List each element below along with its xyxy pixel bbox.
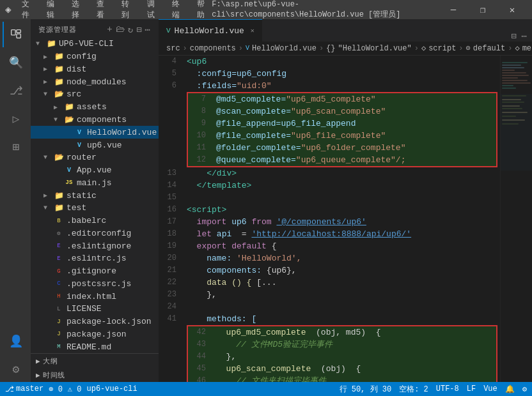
tab-close-icon[interactable]: ✕ — [251, 27, 254, 34]
menu-view[interactable]: 查看 — [91, 0, 111, 22]
sidebar-item-dist[interactable]: ▶ 📁 dist — [31, 63, 159, 76]
activity-git[interactable]: ⎇ — [3, 78, 28, 103]
sidebar-item-config[interactable]: ▶ 📁 config — [31, 50, 159, 63]
language-status[interactable]: Vue — [483, 385, 497, 393]
eol-label: LF — [467, 385, 476, 393]
tab-label: HelloWorld.vue — [175, 26, 244, 36]
svg-rect-22 — [502, 119, 525, 121]
code-line: 23 }, — [159, 289, 500, 301]
maximize-button[interactable]: ❐ — [468, 0, 497, 19]
tab-helloworld[interactable]: V HelloWorld.vue ✕ — [159, 19, 262, 42]
line-content: @scan_complete="up6_scan_complete" — [214, 105, 496, 118]
activity-search[interactable]: 🔍 — [3, 50, 28, 75]
sidebar-item-readme[interactable]: ▶ M README.md — [31, 340, 159, 353]
new-file-icon[interactable]: + — [107, 24, 113, 35]
minimize-button[interactable]: — — [439, 0, 468, 19]
item-label: node_modules — [66, 77, 159, 87]
folder-icon: 📂 — [64, 115, 74, 125]
sidebar-item-package-lock[interactable]: ▶ J package-lock.json — [31, 316, 159, 328]
status-bar: ⎇ master ⊗ 0 ⚠ 0 up6-vue-cli 行 50, 列 30 … — [0, 382, 532, 396]
refresh-icon[interactable]: ↻ — [128, 24, 134, 35]
line-number: 12 — [188, 154, 214, 166]
line-number: 23 — [159, 289, 184, 301]
folder-icon: 📁 — [46, 39, 56, 49]
sidebar-item-eslintrc[interactable]: ▶ E .eslintrc.js — [31, 252, 159, 265]
outline-section[interactable]: ▶ 大纲 — [31, 354, 159, 368]
sidebar-item-gitignore[interactable]: ▶ G .gitignore — [31, 265, 159, 278]
encoding-status[interactable]: UTF-8 — [436, 385, 459, 393]
activity-extensions[interactable]: ⊞ — [3, 134, 28, 160]
svg-rect-12 — [502, 85, 513, 86]
sidebar-item-mainjs[interactable]: ▶ JS main.js — [31, 176, 159, 189]
split-editor-icon[interactable]: ⊟ — [511, 31, 516, 42]
folder-icon: 📂 — [54, 153, 64, 162]
warnings-status[interactable]: ⚠ 0 — [68, 385, 82, 394]
item-label: index.html — [66, 292, 159, 301]
sidebar-item-editorconfig[interactable]: ▶ ⚙ .editorconfig — [31, 227, 159, 240]
menu-help[interactable]: 帮助 — [192, 0, 212, 22]
vue-file-icon: V — [64, 167, 74, 174]
spaces-status[interactable]: 空格: 2 — [399, 384, 428, 395]
menu-select[interactable]: 选择 — [66, 0, 86, 22]
sidebar-item-components[interactable]: ▼ 📂 components — [31, 114, 159, 126]
menu-file[interactable]: 文件 — [17, 0, 36, 22]
folder-icon: 📁 — [54, 191, 64, 201]
svg-rect-10 — [502, 80, 528, 81]
code-line: 7 @md5_complete="up6_md5_complete" — [188, 93, 496, 105]
menu-edit[interactable]: 编辑 — [42, 0, 61, 22]
red-box-group: 7 @md5_complete="up6_md5_complete" 8 @sc… — [187, 92, 497, 167]
minimap — [500, 56, 532, 382]
menu-terminal[interactable]: 终端 — [167, 0, 187, 22]
more-icon[interactable]: ⋯ — [145, 24, 151, 35]
git-branch-status[interactable]: ⎇ master — [5, 385, 43, 394]
sidebar-item-eslintignore[interactable]: ▶ E .eslintignore — [31, 240, 159, 252]
sidebar-item-src[interactable]: ▼ 📂 src — [31, 88, 159, 101]
sidebar-item-helloworld[interactable]: ▶ V HelloWorld.vue — [31, 126, 159, 139]
more-tabs-icon[interactable]: ⋯ — [522, 31, 527, 42]
code-line: 20 name: 'HelloWorld', — [159, 252, 500, 264]
activity-settings[interactable]: ⚙ — [3, 356, 28, 382]
code-editor[interactable]: 4 <up6 5 :config=up6_config 6 :fields="u… — [159, 56, 500, 382]
sidebar-item-node-modules[interactable]: ▶ 📁 node_modules — [31, 75, 159, 88]
eol-status[interactable]: LF — [467, 385, 476, 393]
line-content: }, — [214, 351, 496, 363]
sidebar-item-license[interactable]: ▶ L LICENSE — [31, 303, 159, 316]
sidebar-item-up6vue[interactable]: ▶ V up6.vue — [31, 139, 159, 151]
feedback-status[interactable]: 🔔 — [505, 385, 515, 394]
svg-rect-15 — [502, 95, 526, 96]
sidebar: 资源管理器 + 🗁 ↻ ⊟ ⋯ ▼ 📁 UP6-VUE-CLI ▶ 📁 conf… — [31, 19, 159, 382]
sidebar-item-router[interactable]: ▼ 📂 router — [31, 151, 159, 164]
title-bar: ◈ 文件 编辑 选择 查看 转到 调试 终端 帮助 F:\asp.net\up6… — [0, 0, 532, 19]
timeline-label: 时间线 — [43, 370, 65, 380]
menu-debug[interactable]: 调试 — [142, 0, 162, 22]
errors-status[interactable]: ⊗ 0 — [49, 385, 63, 394]
folder-icon: 📁 — [54, 65, 64, 74]
activity-explorer[interactable] — [3, 22, 28, 47]
item-label: package.json — [66, 330, 159, 339]
sidebar-item-indexhtml[interactable]: ▶ H index.html — [31, 290, 159, 303]
line-number: 11 — [188, 142, 214, 154]
settings-status[interactable]: ⚙ — [522, 385, 527, 394]
sidebar-item-assets[interactable]: ▶ 📁 assets — [31, 101, 159, 114]
line-number: 46 — [188, 375, 214, 382]
chevron-right-icon: ▶ — [36, 371, 40, 379]
tree-root[interactable]: ▼ 📁 UP6-VUE-CLI — [31, 38, 159, 50]
line-content: @queue_complete="up6_queue_complete"/; — [214, 154, 496, 166]
sidebar-item-test[interactable]: ▼ 📁 test — [31, 202, 159, 215]
activity-account[interactable]: 👤 — [3, 328, 28, 354]
collapse-icon[interactable]: ⊟ — [136, 24, 142, 35]
new-folder-icon[interactable]: 🗁 — [116, 24, 125, 35]
close-button[interactable]: ✕ — [497, 0, 527, 19]
svg-rect-13 — [502, 88, 516, 89]
activity-debug[interactable]: ▷ — [3, 106, 28, 132]
timeline-section[interactable]: ▶ 时间线 — [31, 368, 159, 382]
root-label: UP6-VUE-CLI — [59, 39, 159, 49]
sidebar-item-static[interactable]: ▶ 📁 static — [31, 189, 159, 202]
sidebar-item-babelrc[interactable]: ▶ B .babelrc — [31, 215, 159, 227]
sidebar-item-postcssrc[interactable]: ▶ C .postcssrc.js — [31, 278, 159, 291]
sidebar-item-package[interactable]: ▶ J package.json — [31, 328, 159, 341]
menu-goto[interactable]: 转到 — [116, 0, 136, 22]
line-number: 19 — [159, 240, 184, 252]
sidebar-item-appvue[interactable]: ▶ V App.vue — [31, 164, 159, 177]
line-col-status[interactable]: 行 50, 列 30 — [340, 384, 392, 395]
